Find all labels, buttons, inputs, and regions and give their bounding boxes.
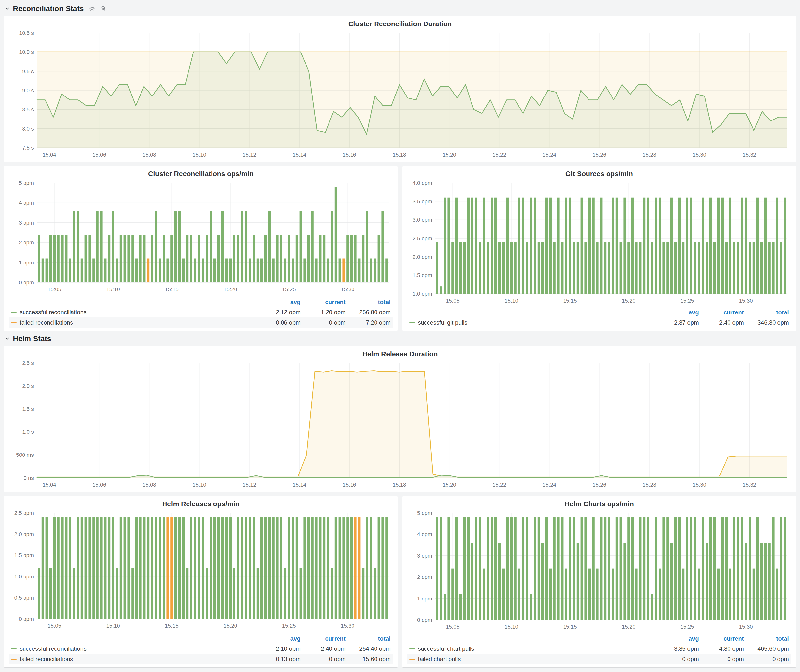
legend: avgcurrenttotalsuccessful reconciliation… <box>8 297 394 329</box>
svg-text:15:25: 15:25 <box>680 624 694 630</box>
svg-text:1.0 opm: 1.0 opm <box>413 291 432 297</box>
svg-text:15:12: 15:12 <box>243 482 256 488</box>
legend-header-current[interactable]: current <box>699 635 744 642</box>
panel-helm-releases-opm: Helm Releases ops/min 15:0515:1015:1515:… <box>4 496 398 667</box>
legend-series-name[interactable]: successful chart pulls <box>410 645 654 652</box>
svg-text:15:05: 15:05 <box>446 298 459 304</box>
chart-cluster-reconciliation-duration[interactable]: 15:0415:0615:0815:1015:1215:1415:1615:18… <box>8 29 792 160</box>
svg-text:15:12: 15:12 <box>243 152 256 158</box>
legend-value: 0 opm <box>301 656 346 662</box>
legend-series-name[interactable]: successful reconciliations <box>11 309 256 316</box>
chart-helm-charts-opm[interactable]: 15:0515:1015:1515:2015:2515:300 opm1 opm… <box>406 509 792 633</box>
svg-text:10.5 s: 10.5 s <box>19 30 34 36</box>
svg-text:15:25: 15:25 <box>282 286 296 293</box>
svg-text:15:22: 15:22 <box>493 152 506 158</box>
svg-text:15:22: 15:22 <box>493 482 506 488</box>
legend-value: 1.20 opm <box>301 309 346 316</box>
legend-value: 465.60 opm <box>744 645 789 652</box>
panel-title[interactable]: Cluster Reconciliation Duration <box>8 19 792 29</box>
svg-text:10.0 s: 10.0 s <box>19 49 34 55</box>
svg-text:15:10: 15:10 <box>106 623 120 629</box>
legend-header-current[interactable]: current <box>301 299 346 306</box>
chart-helm-releases-opm[interactable]: 15:0515:1015:1515:2015:2515:300 opm0.5 o… <box>8 509 394 633</box>
panel-helm-release-duration: Helm Release Duration 15:0415:0615:0815:… <box>4 346 796 492</box>
legend-header-current[interactable]: current <box>699 309 744 316</box>
legend-header-total[interactable]: total <box>346 635 390 642</box>
legend-value: 0 opm <box>654 656 699 662</box>
legend-row: successful chart pulls3.85 opm4.80 opm46… <box>407 643 791 654</box>
panel-helm-charts-opm: Helm Charts ops/min 15:0515:1015:1515:20… <box>402 496 796 667</box>
svg-text:1.5 opm: 1.5 opm <box>413 272 432 278</box>
section-header-helm-stats[interactable]: Helm Stats <box>4 333 796 346</box>
legend-series-color-icon <box>410 648 415 649</box>
svg-text:2.0 s: 2.0 s <box>22 383 34 389</box>
svg-text:4 opm: 4 opm <box>19 200 34 206</box>
svg-text:8.5 s: 8.5 s <box>22 106 34 113</box>
trash-icon[interactable] <box>100 5 106 12</box>
panel-title[interactable]: Helm Release Duration <box>8 349 792 360</box>
legend-header-total[interactable]: total <box>346 299 390 306</box>
svg-text:15:16: 15:16 <box>342 152 356 158</box>
svg-text:15:32: 15:32 <box>742 482 756 488</box>
svg-text:15:24: 15:24 <box>542 482 556 488</box>
svg-text:7.5 s: 7.5 s <box>22 145 34 151</box>
panel-title[interactable]: Git Sources ops/min <box>406 168 792 179</box>
svg-text:15:05: 15:05 <box>446 624 459 630</box>
legend-series-color-icon <box>410 322 415 323</box>
svg-text:15:08: 15:08 <box>142 152 156 158</box>
legend-row: successful reconciliations2.12 opm1.20 o… <box>9 307 393 317</box>
svg-text:15:18: 15:18 <box>393 482 406 488</box>
panel-row-reconciliation: Cluster Reconciliations ops/min 15:0515:… <box>4 166 796 329</box>
legend-series-color-icon <box>11 659 17 660</box>
legend-series-name[interactable]: failed reconciliations <box>11 656 256 662</box>
legend-value: 0.13 opm <box>256 656 301 662</box>
svg-text:15:28: 15:28 <box>643 482 656 488</box>
svg-text:15:26: 15:26 <box>592 482 606 488</box>
svg-text:15:15: 15:15 <box>563 624 577 630</box>
svg-text:15:14: 15:14 <box>293 482 306 488</box>
svg-text:15:20: 15:20 <box>622 298 635 304</box>
svg-text:15:04: 15:04 <box>43 482 56 488</box>
svg-text:0 opm: 0 opm <box>19 616 34 622</box>
svg-text:1.5 s: 1.5 s <box>22 406 34 412</box>
panel-title[interactable]: Cluster Reconciliations ops/min <box>8 168 394 179</box>
legend: avgcurrenttotalsuccessful chart pulls3.8… <box>406 633 792 665</box>
chart-cluster-reconciliations-opm[interactable]: 15:0515:1015:1515:2015:2515:300 opm1 opm… <box>8 179 394 297</box>
svg-text:2.0 opm: 2.0 opm <box>413 254 432 260</box>
legend-value: 2.40 opm <box>301 645 346 652</box>
svg-text:15:25: 15:25 <box>282 623 296 629</box>
svg-text:1 opm: 1 opm <box>19 259 34 266</box>
legend-header-current[interactable]: current <box>301 635 346 642</box>
svg-text:15:26: 15:26 <box>592 152 606 158</box>
chart-helm-release-duration[interactable]: 15:0415:0615:0815:1015:1215:1415:1615:18… <box>8 360 792 490</box>
legend-header-total[interactable]: total <box>744 635 789 642</box>
panel-title[interactable]: Helm Releases ops/min <box>8 499 394 509</box>
legend-series-name[interactable]: successful git pulls <box>410 319 654 326</box>
legend-value: 0 opm <box>301 319 346 326</box>
svg-text:5 opm: 5 opm <box>19 180 34 186</box>
chart-git-sources-opm[interactable]: 15:0515:1015:1515:2015:2515:301.0 opm1.5… <box>406 179 792 307</box>
legend-value: 346.80 opm <box>744 319 789 326</box>
svg-text:3.5 opm: 3.5 opm <box>413 198 432 205</box>
section-header-reconciliation-stats[interactable]: Reconciliation Stats <box>4 2 796 16</box>
svg-text:15:16: 15:16 <box>342 482 356 488</box>
legend-series-color-icon <box>11 648 17 649</box>
legend-header-avg[interactable]: avg <box>654 635 699 642</box>
legend-value: 3.85 opm <box>654 645 699 652</box>
svg-text:15:06: 15:06 <box>93 482 106 488</box>
legend-series-color-icon <box>11 312 17 313</box>
svg-text:0 ns: 0 ns <box>24 475 34 481</box>
svg-text:1.5 opm: 1.5 opm <box>14 552 34 558</box>
legend-series-name[interactable]: successful reconciliations <box>11 645 256 652</box>
legend-series-name[interactable]: failed chart pulls <box>410 656 654 662</box>
legend-value: 7.20 opm <box>346 319 390 326</box>
gear-icon[interactable] <box>89 5 95 12</box>
panel-title[interactable]: Helm Charts ops/min <box>406 499 792 509</box>
legend-header-total[interactable]: total <box>744 309 789 316</box>
legend-series-name[interactable]: failed reconciliations <box>11 319 256 326</box>
legend-header-avg[interactable]: avg <box>256 635 301 642</box>
svg-text:0 opm: 0 opm <box>19 279 34 286</box>
legend-header-avg[interactable]: avg <box>654 309 699 316</box>
svg-text:15:06: 15:06 <box>93 152 106 158</box>
legend-header-avg[interactable]: avg <box>256 299 301 306</box>
